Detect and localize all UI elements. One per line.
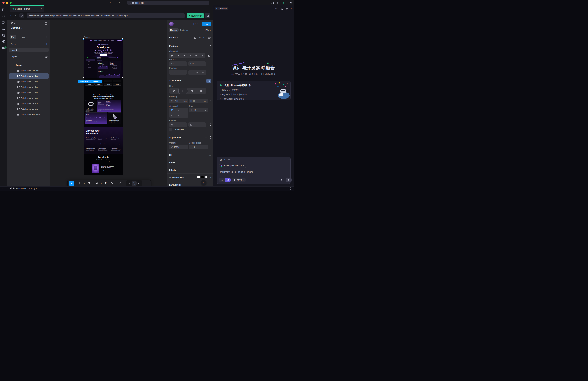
color-swatch-transparent[interactable] <box>205 176 208 179</box>
text-tool-button[interactable]: T <box>103 180 108 186</box>
align-bottom-button[interactable] <box>199 53 205 58</box>
add-page-icon[interactable]: + <box>46 42 47 45</box>
attach-icon[interactable]: + <box>224 158 225 161</box>
component-props-icon[interactable] <box>194 36 197 39</box>
flip-horizontal-button[interactable] <box>194 70 200 75</box>
avatar[interactable] <box>169 22 173 26</box>
launchpad-label[interactable]: Launchpad <box>16 187 26 190</box>
x-input[interactable]: X0 <box>169 61 187 66</box>
chip-remove-icon[interactable]: ✕ <box>243 164 244 167</box>
layer-row[interactable]: Auto Layout Horizontal <box>9 112 49 117</box>
color-swatch-black[interactable] <box>201 176 204 179</box>
dev-code-button[interactable] <box>137 181 142 186</box>
resizing-options-icon[interactable] <box>209 100 211 102</box>
add-stroke-icon[interactable]: + <box>209 161 211 164</box>
explorer-folder-icon[interactable] <box>2 8 5 11</box>
search-icon[interactable] <box>45 36 48 39</box>
history-forward-icon[interactable]: › <box>119 1 120 4</box>
errors-icon[interactable]: ⊗ <box>29 187 30 190</box>
open-external-button[interactable] <box>205 13 210 18</box>
selection-handle[interactable] <box>122 77 123 78</box>
warnings-icon[interactable]: △ <box>34 187 35 190</box>
send-button[interactable] <box>286 178 292 182</box>
code-mode-button[interactable]: <> <box>219 178 225 182</box>
enhance-sparkle-icon[interactable] <box>280 179 283 181</box>
search-icon[interactable] <box>2 15 5 18</box>
close-window-button[interactable] <box>2 2 5 4</box>
back-icon[interactable]: ‹ <box>10 14 11 17</box>
notifications-bell-icon[interactable] <box>289 187 292 190</box>
panel-toggle-icon[interactable]: ›‹ <box>2 187 2 189</box>
align-right-button[interactable] <box>181 53 187 58</box>
tab-file[interactable]: File <box>10 35 16 39</box>
spacing-settings-icon[interactable] <box>209 109 212 111</box>
color-swatch-white[interactable] <box>197 176 200 179</box>
rotate-90-button[interactable] <box>188 70 194 75</box>
align-top-button[interactable] <box>187 53 193 58</box>
layer-row[interactable]: Auto Layout Vertical <box>9 95 49 101</box>
new-chat-icon[interactable]: + <box>275 7 276 10</box>
bulk-edit-chevron-icon[interactable]: ▾ <box>210 37 211 39</box>
blend-drop-icon[interactable] <box>209 136 212 139</box>
maximize-window-button[interactable] <box>10 2 12 4</box>
tab-design[interactable]: Design <box>168 28 179 32</box>
align-h-center-button[interactable] <box>175 53 181 58</box>
tab-assets[interactable]: Assets <box>21 36 27 38</box>
ellipse-tool-button[interactable] <box>109 180 114 186</box>
align-left-button[interactable] <box>169 53 175 58</box>
flow-grid-button[interactable] <box>197 88 206 94</box>
bulk-edit-icon[interactable] <box>208 37 210 39</box>
more-colors-count[interactable]: +9 <box>209 176 211 178</box>
avatar-chevron-icon[interactable]: ▾ <box>175 23 175 25</box>
layer-row[interactable]: Auto Layout Vertical <box>9 79 49 84</box>
chat-history-icon[interactable] <box>280 7 283 10</box>
chat-input-card[interactable]: @ + Auto Layout Vertical ✕ Implement sel… <box>217 157 291 184</box>
chevron-down-icon[interactable]: ▾ <box>14 23 15 24</box>
visibility-eye-icon[interactable] <box>205 136 208 139</box>
gap-input[interactable]: 10 ▾ <box>189 108 208 112</box>
layer-row[interactable]: Auto Layout Horizontal <box>9 68 49 73</box>
measure-dev-button[interactable] <box>132 181 137 186</box>
selection-handle[interactable] <box>83 77 84 78</box>
remote-window-icon[interactable] <box>2 34 5 37</box>
auto-layout-badge-button[interactable] <box>206 79 211 83</box>
split-horizontal-icon[interactable] <box>277 1 280 4</box>
width-input[interactable]: W1200Hug <box>169 99 188 103</box>
zoom-level[interactable]: 19% <box>205 29 209 31</box>
padding-vertical-input[interactable]: 0 <box>188 122 206 127</box>
split-right-icon[interactable] <box>283 1 286 4</box>
user-icon[interactable] <box>289 1 293 4</box>
mcp-plug-icon[interactable] <box>228 159 230 161</box>
corner-radius-input[interactable]: 0 <box>189 145 208 149</box>
draw-annotate-button[interactable] <box>126 181 131 186</box>
mention-icon[interactable]: @ <box>220 159 222 161</box>
flow-vertical-button[interactable] <box>179 88 188 94</box>
browser-tab-untitled-figma[interactable]: ◎ Untitled – Figma ✕ <box>10 5 44 12</box>
source-control-icon[interactable] <box>2 21 5 24</box>
add-layout-guide-icon[interactable]: + <box>209 183 211 186</box>
selection-handle[interactable] <box>122 38 123 40</box>
frame-tool-chevron-icon[interactable]: ▼ <box>84 182 85 184</box>
layer-row[interactable]: Auto Layout Vertical <box>9 101 49 106</box>
shape-tool-button[interactable] <box>86 180 91 186</box>
file-name-chevron-icon[interactable]: ▾ <box>21 27 22 29</box>
figma-menu-logo-icon[interactable] <box>10 21 13 25</box>
tab-close-icon[interactable]: ✕ <box>41 8 42 10</box>
layer-row[interactable]: Auto Layout Vertical <box>9 90 49 95</box>
flip-vertical-button[interactable] <box>200 70 206 75</box>
create-component-icon[interactable]: ❖ <box>199 36 201 39</box>
canvas-frame-label[interactable]: Frame <box>84 36 90 38</box>
chat-input-text[interactable]: Implement selected figma content <box>220 171 253 173</box>
gap-chevron-icon[interactable]: ▾ <box>203 108 208 112</box>
rotation-input[interactable]: 0° <box>169 70 187 75</box>
url-input[interactable]: https://www.figma.com/design/nNNNFAsnF5x… <box>26 13 185 18</box>
minimize-window-button[interactable] <box>6 2 8 4</box>
padding-horizontal-input[interactable]: 0 <box>169 122 187 127</box>
opacity-input[interactable]: 100% <box>169 145 188 149</box>
collapse-layers-icon[interactable] <box>45 56 48 58</box>
chat-mode-button[interactable] <box>225 178 231 182</box>
move-tool-chevron-icon[interactable]: ▼ <box>75 182 77 184</box>
frame-align-icon[interactable] <box>209 44 211 47</box>
pen-tool-button[interactable] <box>95 180 100 186</box>
add-fill-icon[interactable]: + <box>209 154 211 157</box>
